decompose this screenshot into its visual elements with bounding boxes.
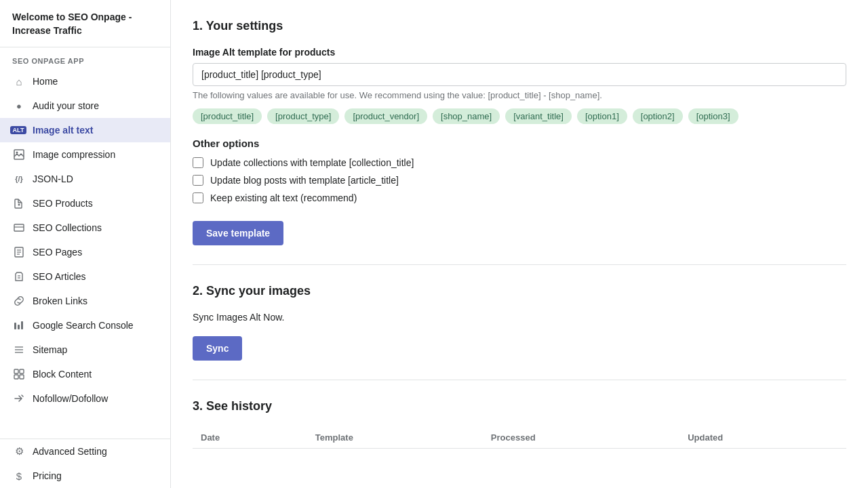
sidebar-item-label: SEO Articles	[33, 271, 86, 282]
sidebar-item-image-alt[interactable]: ALT Image alt text	[0, 118, 170, 142]
update-blog-checkbox[interactable]	[193, 175, 203, 186]
field-label-image-alt: Image Alt template for products	[193, 47, 846, 58]
history-col-date: Date	[193, 427, 307, 449]
seo-collections-icon	[12, 221, 26, 235]
sidebar-item-label: Image alt text	[33, 125, 93, 136]
sync-button[interactable]: Sync	[193, 336, 242, 361]
checkbox-row-keep: Keep existing alt text (recommend)	[193, 192, 846, 203]
audit-icon: ●	[12, 99, 26, 113]
tag-variant-title[interactable]: [variant_title]	[505, 108, 572, 124]
tag-product-type[interactable]: [product_type]	[267, 108, 339, 124]
tag-product-vendor[interactable]: [product_vendor]	[344, 108, 427, 124]
sidebar-item-label: Block Content	[33, 369, 92, 380]
sidebar-item-label: Home	[33, 76, 58, 87]
sidebar-item-label: Nofollow/Dofollow	[33, 393, 108, 404]
sidebar-item-label: Advanced Setting	[33, 446, 107, 457]
image-compression-icon	[12, 148, 26, 161]
svg-rect-11	[14, 323, 16, 329]
svg-rect-17	[14, 369, 18, 373]
save-template-button[interactable]: Save template	[193, 221, 283, 245]
svg-rect-20	[20, 375, 24, 379]
sidebar-item-label: Image compression	[33, 149, 115, 160]
json-ld-icon: {/}	[12, 172, 26, 186]
sidebar-item-advanced-setting[interactable]: ⚙ Advanced Setting	[0, 439, 170, 464]
sidebar-item-audit[interactable]: ● Audit your store	[0, 94, 170, 118]
sidebar-item-label: Audit your store	[33, 100, 99, 111]
checkbox-row-collections: Update collections with template [collec…	[193, 157, 846, 168]
history-table: Date Template Processed Updated	[193, 427, 846, 449]
svg-rect-3	[14, 224, 24, 231]
update-collections-checkbox[interactable]	[193, 157, 203, 168]
svg-rect-12	[18, 325, 20, 329]
tag-option3[interactable]: [option3]	[688, 108, 738, 124]
update-blog-label[interactable]: Update blog posts with template [article…	[210, 175, 399, 186]
svg-rect-19	[14, 375, 18, 379]
keep-existing-checkbox[interactable]	[193, 192, 203, 203]
sidebar-section-label: SEO ONPAGE APP	[0, 47, 170, 69]
sidebar-brand: Welcome to SEO Onpage - Increase Traffic	[0, 0, 170, 47]
sidebar-item-image-compression[interactable]: Image compression	[0, 142, 170, 167]
sitemap-icon	[12, 343, 26, 357]
sidebar-item-broken-links[interactable]: Broken Links	[0, 289, 170, 313]
sidebar-item-seo-collections[interactable]: SEO Collections	[0, 216, 170, 240]
sidebar-item-google-search-console[interactable]: Google Search Console	[0, 313, 170, 338]
alt-icon: ALT	[12, 123, 26, 137]
helper-text: The following values are available for u…	[193, 90, 846, 100]
image-alt-template-input[interactable]	[193, 63, 846, 86]
sidebar-item-seo-pages[interactable]: SEO Pages	[0, 240, 170, 264]
keep-existing-label[interactable]: Keep existing alt text (recommend)	[210, 192, 357, 203]
sidebar-item-label: SEO Products	[33, 198, 93, 209]
history-col-template: Template	[307, 427, 483, 449]
section-settings: 1. Your settings Image Alt template for …	[193, 19, 846, 265]
sidebar-item-label: Broken Links	[33, 296, 87, 306]
section-title-sync: 2. Sync your images	[193, 284, 846, 298]
other-options-title: Other options	[193, 138, 846, 149]
seo-pages-icon	[12, 245, 26, 259]
pricing-icon: $	[12, 469, 26, 483]
sidebar-item-seo-articles[interactable]: SEO Articles	[0, 264, 170, 289]
tag-shop-name[interactable]: [shop_name]	[433, 108, 500, 124]
history-col-processed: Processed	[483, 427, 679, 449]
google-search-console-icon	[12, 319, 26, 332]
seo-articles-icon	[12, 270, 26, 283]
update-collections-label[interactable]: Update collections with template [collec…	[210, 157, 414, 168]
main-content: 1. Your settings Image Alt template for …	[171, 0, 868, 488]
svg-point-2	[18, 204, 20, 206]
svg-rect-18	[20, 369, 24, 373]
sidebar-item-home[interactable]: ⌂ Home	[0, 69, 170, 94]
tag-option2[interactable]: [option2]	[633, 108, 683, 124]
sidebar-item-label: SEO Pages	[33, 247, 82, 258]
sidebar-item-label: SEO Collections	[33, 222, 102, 233]
checkbox-row-blog: Update blog posts with template [article…	[193, 175, 846, 186]
block-content-icon	[12, 367, 26, 381]
sidebar-item-sitemap[interactable]: Sitemap	[0, 338, 170, 362]
section-title-settings: 1. Your settings	[193, 19, 846, 33]
sync-description: Sync Images Alt Now.	[193, 312, 846, 323]
sidebar-item-label: Sitemap	[33, 344, 67, 355]
advanced-setting-icon: ⚙	[12, 445, 26, 458]
broken-links-icon	[12, 294, 26, 308]
sidebar-item-seo-products[interactable]: SEO Products	[0, 191, 170, 216]
svg-rect-13	[21, 321, 23, 329]
sidebar-item-label: Google Search Console	[33, 320, 134, 331]
sidebar-item-block-content[interactable]: Block Content	[0, 362, 170, 386]
nofollow-icon	[12, 392, 26, 405]
tag-option1[interactable]: [option1]	[577, 108, 627, 124]
section-title-history: 3. See history	[193, 399, 846, 413]
sidebar-item-pricing[interactable]: $ Pricing	[0, 464, 170, 488]
tag-product-title[interactable]: [product_title]	[193, 108, 262, 124]
sidebar-item-label: JSON-LD	[33, 174, 73, 184]
template-tags-row: [product_title] [product_type] [product_…	[193, 108, 846, 124]
section-sync: 2. Sync your images Sync Images Alt Now.…	[193, 284, 846, 380]
sidebar-item-nofollow[interactable]: Nofollow/Dofollow	[0, 386, 170, 411]
home-icon: ⌂	[12, 75, 26, 88]
sidebar: Welcome to SEO Onpage - Increase Traffic…	[0, 0, 171, 488]
section-history: 3. See history Date Template Processed U…	[193, 399, 846, 468]
sidebar-item-label: Pricing	[33, 470, 62, 481]
seo-products-icon	[12, 197, 26, 210]
history-col-updated: Updated	[679, 427, 846, 449]
sidebar-item-json-ld[interactable]: {/} JSON-LD	[0, 167, 170, 191]
